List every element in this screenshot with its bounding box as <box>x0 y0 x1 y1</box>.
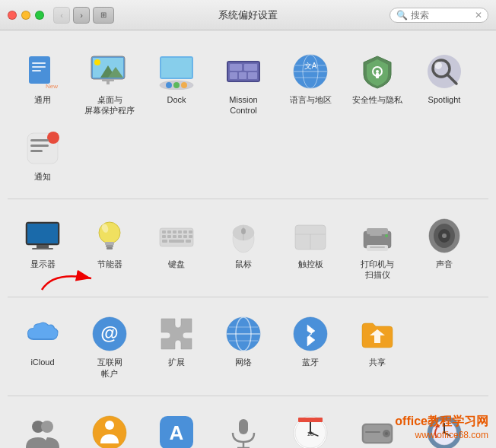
titlebar: ‹ › ⊞ 系统偏好设置 🔍 ✕ <box>0 0 496 30</box>
svg-point-38 <box>434 62 442 69</box>
svg-rect-62 <box>167 235 171 238</box>
general-icon: New <box>23 52 62 91</box>
svg-rect-24 <box>239 72 246 79</box>
icon-item-internet-accounts[interactable]: @ 互联网帐户 <box>76 308 143 385</box>
icon-item-desktop[interactable]: 桌面与屏幕保护程序 <box>76 46 143 122</box>
icon-item-trackpad[interactable]: 触控板 <box>277 210 344 287</box>
svg-point-115 <box>385 432 388 435</box>
network-icon <box>224 314 263 354</box>
icon-item-general[interactable]: New 通用 <box>9 46 76 122</box>
icon-item-appstore[interactable]: A App Store <box>143 407 210 448</box>
extensions-icon <box>157 314 196 354</box>
svg-rect-46 <box>37 245 49 248</box>
svg-point-99 <box>105 421 114 430</box>
svg-rect-57 <box>173 230 176 234</box>
icon-item-notifications[interactable]: 通知 <box>9 122 76 188</box>
displays-icon <box>23 216 62 256</box>
svg-rect-67 <box>162 240 167 243</box>
search-clear-button[interactable]: ✕ <box>475 10 482 21</box>
svg-point-40 <box>47 132 59 144</box>
timemachine-icon <box>424 413 464 448</box>
search-input[interactable] <box>411 10 472 21</box>
divider-2 <box>8 297 488 297</box>
icon-item-language[interactable]: 文A 语言与地区 <box>277 46 344 122</box>
icon-item-dock[interactable]: Dock <box>143 46 210 122</box>
sharing-icon <box>358 314 397 354</box>
notifications-label: 通知 <box>34 171 51 182</box>
dictation-icon <box>224 413 263 448</box>
icon-item-parental[interactable]: 家长控制 <box>76 407 143 448</box>
section-internet: iCloud @ 互联网帐户 <box>0 300 496 392</box>
icon-item-sound[interactable]: 声音 <box>411 210 478 287</box>
section-system: 用户与群组 家长控制 <box>0 399 496 448</box>
traffic-lights <box>8 11 44 20</box>
svg-rect-102 <box>239 419 248 434</box>
section-hardware: 显示器 <box>0 202 496 294</box>
forward-button[interactable]: › <box>73 7 90 24</box>
displays-label: 显示器 <box>30 259 56 269</box>
icon-item-security[interactable]: 安全性与隐私 <box>344 46 411 122</box>
mission-label: MissionControl <box>229 94 257 116</box>
svg-point-94 <box>294 317 327 351</box>
language-icon: 文A <box>291 52 330 91</box>
mouse-label: 鼠标 <box>235 259 252 269</box>
svg-rect-69 <box>186 240 191 243</box>
icon-item-displays[interactable]: 显示器 <box>9 210 76 287</box>
icon-item-mission[interactable]: MissionControl <box>210 46 277 122</box>
trackpad-icon <box>291 216 330 256</box>
svg-rect-11 <box>102 79 114 81</box>
icon-item-datetime[interactable]: 18 日期与时间 <box>277 407 344 448</box>
divider-3 <box>8 396 488 396</box>
internet-accounts-label: 互联网帐户 <box>97 357 122 379</box>
svg-rect-47 <box>32 248 53 249</box>
svg-rect-52 <box>107 247 113 249</box>
grid-view-button[interactable]: ⊞ <box>93 7 114 24</box>
internet-grid: iCloud @ 互联网帐户 <box>9 305 487 388</box>
search-box[interactable]: 🔍 ✕ <box>389 8 488 23</box>
printers-icon <box>358 216 397 256</box>
icon-item-network[interactable]: 网络 <box>210 308 277 385</box>
icon-item-startup[interactable]: 启动磁盘 <box>344 407 411 448</box>
icon-item-dictation[interactable]: 听写与语音 <box>210 407 277 448</box>
window-title: 系统偏好设置 <box>218 8 278 22</box>
icon-item-bluetooth[interactable]: 蓝牙 <box>277 308 344 385</box>
icon-item-timemachine[interactable]: Time Machine <box>411 407 478 448</box>
energy-label: 节能器 <box>97 259 122 269</box>
icon-item-energy[interactable]: 节能器 <box>76 210 143 287</box>
icon-item-icloud[interactable]: iCloud <box>9 308 76 385</box>
language-label: 语言与地区 <box>290 94 332 105</box>
svg-rect-60 <box>189 230 192 234</box>
svg-point-97 <box>41 421 53 433</box>
fullscreen-button[interactable] <box>35 11 44 20</box>
dock-icon <box>157 52 196 91</box>
svg-rect-43 <box>30 150 43 152</box>
system-grid: 用户与群组 家长控制 <box>9 404 487 448</box>
keyboard-label: 键盘 <box>168 259 185 269</box>
svg-rect-3 <box>32 70 41 71</box>
icon-item-printers[interactable]: 打印机与扫描仪 <box>344 210 411 287</box>
svg-point-81 <box>385 234 388 237</box>
icon-item-extensions[interactable]: 扩展 <box>143 308 210 385</box>
minimize-button[interactable] <box>21 11 30 20</box>
notifications-icon <box>23 129 62 168</box>
svg-text:A: A <box>170 421 184 444</box>
search-icon: 🔍 <box>396 10 408 21</box>
svg-rect-21 <box>230 64 242 71</box>
icon-item-spotlight[interactable]: Spotlight <box>411 46 478 122</box>
svg-point-18 <box>181 82 187 88</box>
svg-text:@: @ <box>100 322 118 343</box>
back-button[interactable]: ‹ <box>53 7 70 24</box>
svg-rect-80 <box>370 246 385 248</box>
icon-item-users[interactable]: 用户与群组 <box>9 407 76 448</box>
svg-point-10 <box>94 59 100 65</box>
content-area: New 通用 <box>0 30 496 448</box>
divider-1 <box>8 199 488 199</box>
icon-item-mouse[interactable]: 鼠标 <box>210 210 277 287</box>
icon-item-keyboard[interactable]: 键盘 <box>143 210 210 287</box>
svg-rect-63 <box>173 235 176 238</box>
svg-rect-14 <box>161 58 192 78</box>
close-button[interactable] <box>8 11 17 20</box>
bluetooth-icon <box>291 314 330 354</box>
sharing-label: 共享 <box>369 357 386 367</box>
icon-item-sharing[interactable]: 共享 <box>344 308 411 385</box>
